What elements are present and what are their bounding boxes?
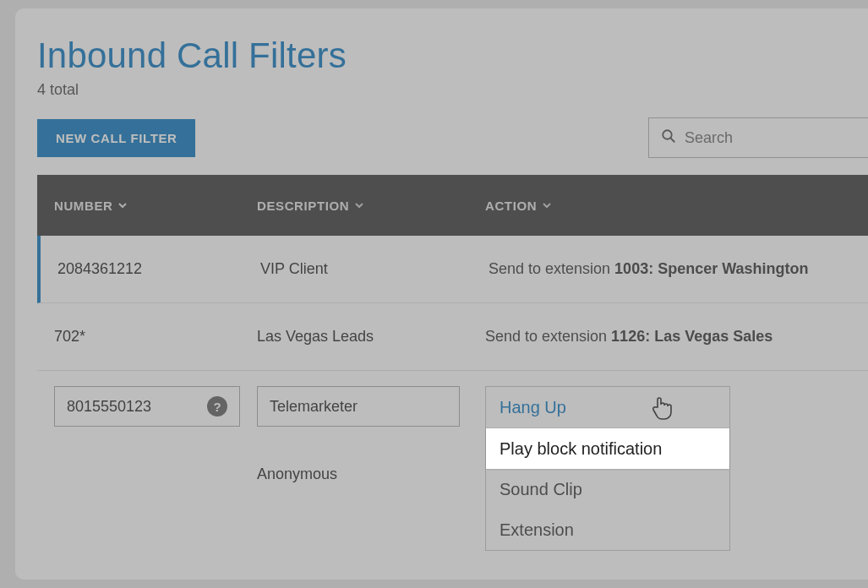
action-option-sound-clip[interactable]: Sound Clip <box>486 469 729 509</box>
action-option-play-block-notification[interactable]: Play block notification <box>486 428 729 469</box>
cell-number: 702* <box>37 308 257 366</box>
cell-action: Send to extension 1003: Spencer Washingt… <box>489 240 868 298</box>
action-option-extension[interactable]: Extension <box>486 509 729 550</box>
table-row-editing[interactable]: 8015550123 ? Telemarketer Anonymous <box>37 371 868 571</box>
column-header-number-label: NUMBER <box>54 199 112 213</box>
search-icon <box>661 128 685 147</box>
column-header-number[interactable]: NUMBER <box>37 199 257 213</box>
page-title: Inbound Call Filters <box>37 35 868 76</box>
number-input-value: 8015550123 <box>67 398 151 416</box>
column-header-action-label: ACTION <box>485 199 537 213</box>
action-prefix: Send to extension <box>485 328 611 345</box>
page-subtitle: 4 total <box>37 81 868 99</box>
number-input[interactable]: 8015550123 ? <box>54 386 240 427</box>
cell-description: Anonymous <box>257 466 485 483</box>
action-target: 1003: Spencer Washington <box>614 260 808 277</box>
new-call-filter-button[interactable]: NEW CALL FILTER <box>37 119 195 157</box>
cell-description: Las Vegas Leads <box>257 308 485 366</box>
table-row[interactable]: 702* Las Vegas Leads Send to extension 1… <box>37 303 868 371</box>
cell-action: Send to extension 1126: Las Vegas Sales <box>485 308 868 366</box>
chevron-down-icon <box>542 200 552 210</box>
action-prefix: Send to extension <box>489 260 614 277</box>
search-field[interactable] <box>648 117 868 158</box>
table-row[interactable]: 2084361212 VIP Client Send to extension … <box>37 236 868 303</box>
chevron-down-icon <box>117 200 128 210</box>
search-input[interactable] <box>685 129 856 147</box>
help-icon[interactable]: ? <box>207 396 227 416</box>
filters-table: NUMBER DESCRIPTION ACTION <box>37 175 868 571</box>
action-dropdown[interactable]: Hang Up Play block notification Sound Cl… <box>485 386 730 551</box>
column-header-description[interactable]: DESCRIPTION <box>257 199 485 213</box>
description-input-value: Telemarketer <box>270 398 358 416</box>
column-header-action[interactable]: ACTION <box>485 199 868 213</box>
action-target: 1126: Las Vegas Sales <box>611 328 772 345</box>
action-dropdown-menu: Play block notification Sound Clip Exten… <box>486 427 729 550</box>
table-header: NUMBER DESCRIPTION ACTION <box>37 175 868 236</box>
action-dropdown-toggle[interactable]: Hang Up <box>486 387 729 427</box>
chevron-down-icon <box>354 200 364 210</box>
column-header-description-label: DESCRIPTION <box>257 199 349 213</box>
cell-description: VIP Client <box>260 240 489 298</box>
description-input[interactable]: Telemarketer <box>257 386 460 427</box>
cell-number: 2084361212 <box>41 240 260 298</box>
action-dropdown-selected: Hang Up <box>500 398 566 417</box>
pointer-cursor-icon <box>650 395 674 425</box>
svg-line-1 <box>670 138 674 141</box>
